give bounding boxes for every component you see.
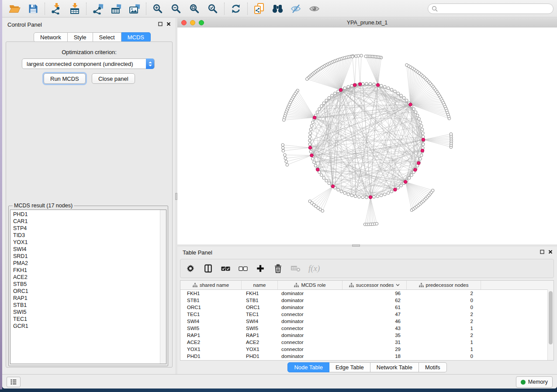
network-node[interactable] bbox=[375, 222, 378, 225]
table-cell[interactable]: dominator bbox=[278, 333, 343, 338]
network-node[interactable] bbox=[309, 128, 312, 131]
table-cell[interactable]: SWI4 bbox=[180, 319, 242, 324]
mcds-dominator-node[interactable] bbox=[376, 83, 380, 87]
network-node[interactable] bbox=[431, 189, 434, 192]
network-node[interactable] bbox=[412, 108, 415, 111]
network-node[interactable] bbox=[420, 154, 423, 157]
close-panel-icon[interactable] bbox=[548, 250, 553, 254]
table-cell[interactable]: connector bbox=[278, 340, 343, 345]
tab-network[interactable]: Network bbox=[34, 32, 68, 42]
mcds-dominator-node[interactable] bbox=[404, 180, 407, 184]
network-node[interactable] bbox=[309, 132, 312, 135]
table-cell[interactable]: RAP1 bbox=[242, 333, 278, 338]
table-cell[interactable]: STB1 bbox=[242, 298, 278, 303]
tab-network-table[interactable]: Network Table bbox=[370, 362, 419, 372]
mcds-result-item[interactable]: SWI5 bbox=[13, 309, 166, 316]
network-node[interactable] bbox=[313, 161, 316, 164]
table-row[interactable]: PHD1PHD1dominator180 bbox=[180, 353, 554, 360]
table-cell[interactable]: 0 bbox=[407, 354, 481, 359]
network-node[interactable] bbox=[387, 192, 390, 195]
mcds-dominator-node[interactable] bbox=[316, 168, 320, 172]
mcds-result-list[interactable]: PHD1CAR1STP4TID3YOX1SWI4SRD1PMA2FKH1ACE2… bbox=[10, 210, 166, 364]
table-cell[interactable]: TEC1 bbox=[180, 312, 242, 317]
network-node[interactable] bbox=[340, 190, 343, 193]
network-node[interactable] bbox=[450, 133, 453, 136]
mcds-dominator-node[interactable] bbox=[310, 154, 314, 157]
network-node[interactable] bbox=[350, 84, 353, 87]
first-neighbors-button[interactable] bbox=[268, 1, 287, 16]
mcds-dominator-node[interactable] bbox=[308, 146, 312, 150]
network-node[interactable] bbox=[331, 94, 334, 97]
network-node[interactable] bbox=[322, 102, 325, 105]
table-cell[interactable]: SWI5 bbox=[242, 326, 278, 331]
hide-selected-button[interactable] bbox=[287, 1, 305, 16]
network-node[interactable] bbox=[402, 96, 405, 100]
table-cell[interactable]: 43 bbox=[343, 326, 407, 331]
mcds-dominator-node[interactable] bbox=[414, 168, 417, 172]
mcds-result-item[interactable]: FKH1 bbox=[13, 267, 166, 274]
network-node[interactable] bbox=[397, 92, 400, 95]
mcds-dominator-node[interactable] bbox=[421, 149, 424, 152]
tab-motifs[interactable]: Motifs bbox=[419, 362, 447, 372]
network-node[interactable] bbox=[373, 196, 376, 199]
mcds-dominator-node[interactable] bbox=[313, 116, 316, 120]
table-row[interactable]: YOX1YOX1connector291 bbox=[180, 346, 554, 353]
table-cell[interactable]: 1 bbox=[407, 326, 481, 331]
copy-network-button[interactable] bbox=[250, 1, 268, 16]
mcds-dominator-node[interactable] bbox=[417, 162, 421, 165]
network-node[interactable] bbox=[320, 105, 323, 108]
float-panel-icon[interactable] bbox=[158, 22, 163, 26]
table-cell[interactable]: 62 bbox=[343, 298, 407, 303]
mcds-list-scrollbar[interactable] bbox=[160, 210, 166, 364]
network-node[interactable] bbox=[369, 83, 372, 86]
network-node[interactable] bbox=[351, 55, 354, 58]
network-graph[interactable] bbox=[177, 28, 557, 244]
network-node[interactable] bbox=[325, 99, 328, 102]
network-node[interactable] bbox=[343, 87, 346, 90]
mcds-result-item[interactable]: TID3 bbox=[13, 232, 166, 239]
run-mcds-button[interactable]: Run MCDS bbox=[44, 73, 86, 84]
network-node[interactable] bbox=[421, 128, 424, 131]
network-node[interactable] bbox=[358, 196, 361, 199]
network-node[interactable] bbox=[384, 86, 387, 89]
network-node[interactable] bbox=[420, 124, 423, 127]
zoom-in-button[interactable] bbox=[149, 1, 167, 16]
network-node[interactable] bbox=[285, 160, 288, 163]
close-panel-button[interactable]: Close panel bbox=[92, 73, 135, 84]
network-node[interactable] bbox=[397, 186, 400, 189]
tab-node-table[interactable]: Node Table bbox=[287, 362, 329, 372]
network-node[interactable] bbox=[422, 143, 425, 146]
network-node[interactable] bbox=[419, 158, 422, 161]
table-row[interactable]: RAP1RAP1dominator352 bbox=[180, 332, 554, 339]
mcds-result-item[interactable]: PHD1 bbox=[13, 211, 166, 218]
table-cell[interactable]: 31 bbox=[343, 340, 407, 345]
network-node[interactable] bbox=[390, 190, 393, 193]
network-node[interactable] bbox=[337, 188, 340, 191]
column-header-successor-nodes[interactable]: successor nodes bbox=[343, 281, 407, 289]
mcds-result-item[interactable]: STP4 bbox=[13, 225, 166, 232]
mcds-result-item[interactable]: SRD1 bbox=[13, 253, 166, 260]
export-network-button[interactable] bbox=[89, 1, 107, 16]
table-cell[interactable]: 2 bbox=[407, 291, 481, 296]
column-header-name[interactable]: name bbox=[242, 281, 278, 289]
table-cell[interactable]: FKH1 bbox=[180, 291, 242, 296]
network-node[interactable] bbox=[311, 121, 315, 124]
table-cell[interactable]: 0 bbox=[407, 298, 481, 303]
network-node[interactable] bbox=[283, 119, 286, 122]
network-node[interactable] bbox=[308, 143, 311, 146]
table-cell[interactable]: 1 bbox=[407, 340, 481, 345]
network-node[interactable] bbox=[384, 193, 387, 196]
table-cell[interactable]: YOX1 bbox=[242, 347, 278, 352]
table-settings-button[interactable] bbox=[185, 263, 196, 274]
network-node[interactable] bbox=[306, 78, 309, 81]
column-header-shared-name[interactable]: shared name bbox=[180, 281, 242, 289]
table-row[interactable]: STB1STB1dominator620 bbox=[180, 297, 554, 304]
network-node[interactable] bbox=[414, 111, 417, 114]
network-node[interactable] bbox=[422, 132, 425, 135]
network-node[interactable] bbox=[316, 111, 319, 114]
mcds-result-item[interactable]: ORC1 bbox=[13, 288, 166, 295]
table-cell[interactable]: SWI4 bbox=[242, 319, 278, 324]
table-cell[interactable]: dominator bbox=[278, 298, 343, 303]
network-window-titlebar[interactable]: YPA_prune.txt_1 bbox=[177, 18, 557, 28]
table-cell[interactable]: FKH1 bbox=[242, 291, 278, 296]
